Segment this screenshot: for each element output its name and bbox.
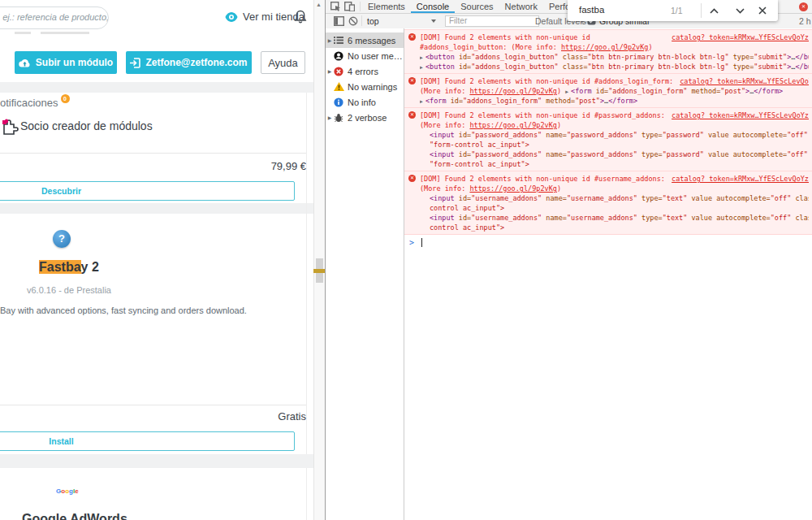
user-icon	[334, 51, 344, 61]
console-line: <input id="username_addons" name="userna…	[420, 193, 809, 203]
console-line: (More info: https://goo.gl/9p2vKg) ▶<for…	[420, 86, 809, 96]
sidebar-item-label: 4 errors	[348, 67, 378, 76]
notifications-bell-icon[interactable]	[294, 10, 307, 24]
upload-module-button[interactable]: Subir un módulo	[15, 51, 117, 74]
console-line: "form-control ac_input">	[420, 159, 809, 169]
module-help-icon[interactable]: ?	[53, 230, 71, 248]
more-info-link[interactable]: https://goo.gl/9p2vKg	[561, 43, 648, 51]
partner-heading: Socio creador de módulos	[20, 119, 153, 132]
clear-console-icon[interactable]	[348, 16, 358, 26]
error-icon	[334, 67, 344, 76]
expand-arrow-icon[interactable]: ▶	[420, 98, 425, 105]
sidebar-item-label: 6 messages	[348, 36, 395, 46]
console-sidebar-item-no-info[interactable]: No info	[326, 94, 404, 110]
console-filter-input[interactable]: Filter	[445, 15, 539, 27]
console-sidebar-item-6-messages[interactable]: ▶6 messages	[326, 32, 404, 48]
module-price-free: Gratis	[278, 410, 306, 422]
search-close-button[interactable]	[756, 4, 769, 17]
help-button[interactable]: Ayuda	[261, 51, 305, 74]
search-match-count: 1/1	[671, 6, 683, 15]
console-line: control ac_input">	[420, 203, 809, 213]
prestashop-page: o. ej.: referencia de producto, n Ver mi…	[0, 0, 325, 520]
hidden-messages-note: 2 h	[799, 16, 811, 26]
console-error-message: ✕[DOM] Found 2 elements with non-unique …	[404, 73, 812, 107]
message-text: )	[557, 121, 561, 129]
tab-sources[interactable]: Sources	[455, 0, 499, 13]
expand-arrow-icon[interactable]: ▶	[326, 68, 334, 74]
google-logo-letter: e	[75, 488, 78, 495]
console-sidebar-item-no-user-me-[interactable]: No user me…	[326, 48, 404, 63]
sidebar-item-label: 2 verbose	[348, 113, 387, 123]
message-text: )	[557, 184, 561, 193]
console-sidebar-item-4-errors[interactable]: ▶4 errors	[326, 63, 404, 79]
console-sidebar-item-no-warnings[interactable]: No warnings	[326, 79, 404, 94]
expand-arrow-icon[interactable]: ▶	[326, 37, 334, 43]
module-heading-clipped: Google AdWords	[22, 512, 127, 520]
install-button[interactable]: Install	[0, 431, 295, 451]
tab-console[interactable]: Console	[411, 0, 455, 13]
expand-arrow-icon[interactable]: ▶	[420, 54, 425, 61]
tab-network[interactable]: Network	[499, 0, 543, 13]
warning-icon	[334, 82, 344, 92]
more-info-link[interactable]: https://goo.gl/9p2vKg	[469, 121, 556, 129]
scrollbar-up-arrow[interactable]: ▲	[316, 2, 322, 7]
message-text: )	[557, 87, 565, 95]
discover-button[interactable]: Descubrir	[0, 181, 295, 201]
puzzle-partner-icon	[2, 118, 19, 136]
account-button[interactable]: Zetfone@zetfone.com	[126, 51, 252, 74]
divider	[360, 2, 361, 11]
divider	[15, 32, 31, 34]
source-location-link[interactable]: catalog? token=kRMxw…YfEScLevQoYz	[665, 110, 809, 120]
scrollbar-find-marker	[313, 269, 325, 273]
console-error-message: ✕[DOM] Found 2 elements with non-unique …	[404, 29, 812, 73]
product-search-input[interactable]: o. ej.: referencia de producto, n	[0, 6, 109, 29]
console-line: [DOM] Found 2 elements with non-unique i…	[420, 76, 809, 86]
divider	[0, 153, 306, 154]
close-icon	[758, 6, 767, 15]
inspect-element-icon[interactable]	[330, 2, 341, 11]
message-text: [DOM] Found 2 elements with non-unique i…	[420, 32, 590, 42]
expand-arrow-icon[interactable]: ▶	[326, 115, 334, 120]
google-logo: Google	[56, 488, 79, 495]
cloud-upload-icon	[19, 58, 31, 67]
search-query-input[interactable]: fastba	[579, 5, 604, 15]
source-location-link[interactable]: catalog? token=kRMxw…YfEScLevQoYz	[673, 76, 809, 86]
console-line: <input id="username_addons" name="userna…	[420, 213, 809, 223]
sidebar-item-label: No user me…	[348, 51, 403, 61]
console-prompt[interactable]: >	[404, 235, 812, 247]
console-line: ▶<form id="addons_login_form" method="po…	[420, 96, 809, 106]
error-icon: ✕	[408, 33, 416, 41]
console-line: ▶<button id="addons_login_button" class=…	[420, 52, 809, 62]
context-selector[interactable]: top	[367, 16, 379, 26]
message-text: "form-control ac_input">	[430, 141, 529, 149]
view-my-shop-link[interactable]: Ver mi tienda	[225, 11, 304, 23]
console-sidebar-toggle-icon[interactable]	[334, 16, 344, 26]
message-text: (More info:	[420, 87, 469, 95]
source-location-link[interactable]: catalog? token=kRMxw…YfEScLevQoYz	[665, 174, 809, 184]
tab-notifications[interactable]: otificaciones0	[0, 97, 70, 109]
bug-icon	[334, 113, 344, 123]
message-text: [DOM] Found 2 elements with non-unique i…	[420, 110, 665, 120]
search-next-button[interactable]	[733, 4, 746, 17]
more-info-link[interactable]: https://goo.gl/9p2vKg	[469, 87, 556, 95]
console-line: <input id="password_addons" name="passwo…	[420, 150, 809, 159]
console-line: ▶<button id="addons_login_button" class=…	[420, 62, 809, 72]
more-info-link[interactable]: https://goo.gl/9p2vKg	[469, 184, 556, 193]
message-text: "form-control ac_input">	[430, 160, 529, 168]
console-line: #addons_login_button: (More info: https:…	[420, 42, 809, 52]
source-location-link[interactable]: catalog? token=kRMxw…YfEScLevQoYz	[665, 32, 809, 42]
message-text: (More info:	[420, 184, 469, 193]
message-text: )	[648, 43, 652, 51]
console-sidebar-item-2-verbose[interactable]: ▶2 verbose	[326, 110, 404, 125]
expand-arrow-icon[interactable]: ▶	[420, 64, 425, 71]
notifications-count-badge: 0	[61, 94, 70, 103]
console-sidebar: ▶6 messagesNo user me…▶4 errorsNo warnin…	[326, 28, 404, 520]
device-toolbar-icon[interactable]	[344, 2, 355, 11]
console-error-message: ✕[DOM] Found 2 elements with non-unique …	[404, 171, 812, 235]
sidebar-item-label: No warnings	[348, 82, 397, 92]
search-previous-button[interactable]	[707, 4, 720, 17]
error-count-badge: ✕	[799, 2, 808, 11]
tab-elements[interactable]: Elements	[362, 0, 411, 13]
error-icon: ✕	[408, 77, 416, 84]
section-gap	[0, 203, 313, 214]
